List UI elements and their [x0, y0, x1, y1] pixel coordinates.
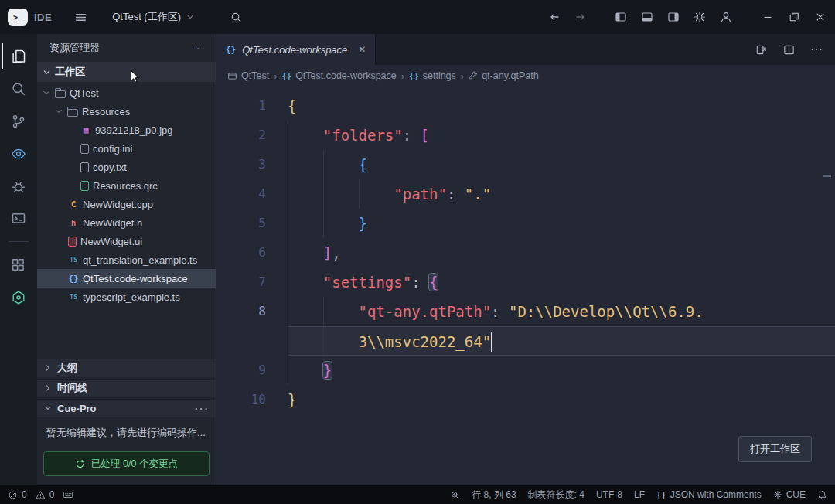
cursor-position-status[interactable]: 行 8, 列 63	[472, 489, 516, 502]
explorer-more-actions-icon[interactable]: ···	[191, 42, 206, 54]
activity-debug-icon[interactable]	[2, 173, 36, 199]
keyboard-status-icon[interactable]	[63, 489, 73, 500]
tree-item[interactable]: hNewWidget.h	[37, 213, 216, 232]
tree-item[interactable]: CNewWidget.cpp	[37, 195, 216, 213]
navigate-back-icon[interactable]	[543, 5, 566, 29]
notifications-bell-icon[interactable]	[817, 490, 827, 500]
error-icon	[8, 490, 18, 500]
braces-icon: {}	[409, 71, 419, 80]
breadcrumb-qt-any-qtpath[interactable]: qt-any.qtPath	[469, 70, 538, 81]
navigate-forward-icon[interactable]	[569, 5, 592, 29]
close-tab-icon[interactable]: ✕	[358, 44, 366, 55]
tree-item[interactable]: ▦93921218_p0.jpg	[37, 121, 216, 139]
code-line-text: "qt-any.qtPath": "D:\\Develop\\Qt\\6.9.	[288, 297, 835, 326]
breadcrumb-settings[interactable]: {}settings	[409, 70, 456, 81]
activity-qt-tools-icon[interactable]	[2, 284, 36, 310]
code-line[interactable]: 2"folders": [	[216, 121, 835, 150]
cue-changes-button[interactable]: 已处理 0/0 个变更点	[43, 451, 210, 476]
language-mode-status[interactable]: {} JSON with Comments	[656, 489, 762, 500]
tree-item[interactable]: TSqt_translation_example.ts	[37, 250, 216, 269]
cue-pro-more-actions-icon[interactable]: ···	[195, 403, 210, 414]
tab-qttest-code-workspace[interactable]: {} QtTest.code-workspace ✕	[216, 34, 376, 65]
workspace-selector[interactable]: QtTest (工作区)	[106, 7, 201, 27]
code-line[interactable]: 6],	[216, 238, 835, 267]
code-editor[interactable]: 1{2"folders": [3{4"path": "."5}6],7"sett…	[216, 87, 835, 485]
code-line-text: }	[288, 385, 835, 414]
split-editor-icon[interactable]	[781, 42, 796, 57]
code-line[interactable]: 9}	[216, 356, 835, 385]
braces-icon: {}	[281, 71, 291, 80]
breadcrumb-qttest-code-workspace[interactable]: {}QtTest.code-workspace	[281, 70, 396, 81]
settings-gear-icon[interactable]	[688, 5, 711, 29]
image-file-icon: ▦	[80, 125, 91, 135]
breadcrumb-separator: ›	[401, 70, 404, 82]
tree-item[interactable]: Resources	[37, 102, 216, 121]
code-line[interactable]: 4"path": "."	[216, 179, 835, 209]
tree-item[interactable]: NewWidget.ui	[37, 232, 216, 250]
tree-item[interactable]: TStypescript_example.ts	[37, 288, 216, 306]
tab-size-status[interactable]: 制表符长度: 4	[528, 489, 584, 502]
line-number: 4	[216, 179, 288, 209]
activity-terminal-icon[interactable]	[2, 206, 36, 231]
braces-icon: {}	[656, 490, 666, 499]
minimize-button[interactable]	[756, 5, 779, 29]
folder-icon	[67, 109, 78, 117]
activity-source-control-icon[interactable]	[2, 108, 36, 134]
open-workspace-button[interactable]: 打开工作区	[738, 436, 812, 462]
code-line[interactable]: 1{	[216, 91, 835, 121]
close-window-button[interactable]	[809, 5, 832, 29]
breadcrumb-qttest[interactable]: QtTest	[227, 70, 269, 81]
tree-item-label: NewWidget.ui	[80, 236, 142, 247]
editor-more-actions-icon[interactable]: ···	[809, 42, 824, 57]
tree-item[interactable]: config.ini	[37, 139, 216, 158]
eol-status[interactable]: LF	[634, 489, 645, 500]
code-line[interactable]: 7"settings": {	[216, 267, 835, 297]
tab-label: QtTest.code-workspace	[242, 44, 347, 56]
code-line[interactable]: 5}	[216, 209, 835, 238]
tree-item[interactable]: copy.txt	[37, 158, 216, 176]
sidebar-title-row: 资源管理器 ···	[37, 34, 216, 62]
encoding-status[interactable]: UTF-8	[596, 489, 622, 500]
typescript-file-icon: TS	[68, 256, 79, 264]
menu-icon[interactable]	[69, 5, 92, 29]
cue-pro-message: 暂无编辑建议，请先进行编码操作...	[37, 417, 216, 445]
zoom-status-icon[interactable]	[450, 490, 460, 500]
activity-preview-eye-icon[interactable]	[2, 141, 36, 166]
errors-status[interactable]: 0	[8, 489, 27, 500]
toggle-panel-icon[interactable]	[636, 5, 659, 29]
timeline-panel-label: 时间线	[57, 381, 87, 395]
toggle-sidebar-icon[interactable]	[609, 5, 632, 29]
search-icon[interactable]	[224, 5, 247, 29]
warnings-status[interactable]: 0	[36, 489, 55, 500]
toggle-secondary-sidebar-icon[interactable]	[662, 5, 685, 29]
tree-item-label: NewWidget.cpp	[83, 199, 153, 210]
workspace-section-header[interactable]: 工作区	[37, 62, 216, 82]
line-number	[216, 326, 288, 356]
restore-button[interactable]	[782, 5, 806, 29]
chevron-down-icon	[43, 404, 53, 413]
tree-item[interactable]: Resources.qrc	[37, 176, 216, 195]
code-line[interactable]: 3\\msvc2022_64"	[216, 326, 835, 356]
cue-pro-panel-label: Cue-Pro	[57, 403, 97, 414]
activity-explorer-icon[interactable]	[2, 43, 36, 69]
tree-item[interactable]: QtTest	[37, 83, 216, 102]
timeline-panel-header[interactable]: 时间线	[37, 379, 216, 397]
tree-item[interactable]: {}QtTest.code-workspace	[37, 269, 216, 288]
cue-status[interactable]: CUE	[773, 489, 806, 500]
line-number: 6	[216, 238, 288, 267]
activity-extensions-icon[interactable]	[2, 252, 36, 278]
code-line[interactable]: 3{	[216, 150, 835, 179]
activity-search-icon[interactable]	[2, 76, 36, 101]
text-cursor	[491, 332, 492, 352]
scrollbar-marker[interactable]	[823, 175, 831, 177]
cue-pro-panel-header[interactable]: Cue-Pro ···	[37, 399, 216, 417]
outline-panel-header[interactable]: 大纲	[37, 359, 216, 377]
line-number: 9	[216, 356, 288, 385]
code-line[interactable]: 10}	[216, 385, 835, 414]
app-name: IDE	[34, 12, 52, 23]
breadcrumbs: QtTest›{}QtTest.code-workspace›{}setting…	[216, 65, 835, 87]
refresh-icon	[75, 459, 85, 469]
code-line[interactable]: 8"qt-any.qtPath": "D:\\Develop\\Qt\\6.9.	[216, 297, 835, 326]
account-icon[interactable]	[714, 5, 738, 29]
open-changes-icon[interactable]	[753, 42, 769, 57]
